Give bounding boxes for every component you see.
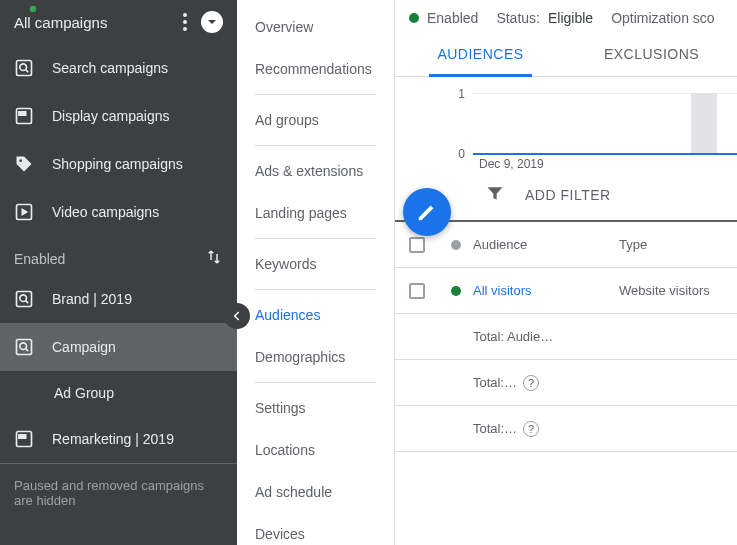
filter-icon[interactable]: [485, 183, 505, 206]
chevron-down-icon: [207, 17, 217, 27]
chart-axis: [473, 153, 737, 155]
audience-table: Audience Type All visitorsWebsite visito…: [395, 220, 737, 452]
display-icon: [14, 429, 34, 449]
dropdown-toggle[interactable]: [201, 11, 223, 33]
collapse-handle[interactable]: [224, 303, 250, 329]
pencil-icon: [416, 201, 438, 223]
more-icon[interactable]: [183, 13, 187, 31]
sidebar-campaign-campaign[interactable]: Campaign: [0, 323, 237, 371]
sidebar-enabled-section: Enabled: [0, 236, 237, 275]
optimization-label: Optimization sco: [611, 10, 714, 26]
add-audience-fab[interactable]: [403, 188, 451, 236]
sort-icon[interactable]: [205, 248, 223, 269]
sidebar-item-search-campaigns[interactable]: Search campaigns: [0, 44, 237, 92]
search-icon: [14, 337, 34, 357]
cell-audience: Total: Audie…: [473, 329, 619, 344]
svg-point-9: [20, 343, 27, 350]
video-icon: [14, 202, 34, 222]
status-value: Eligible: [548, 10, 593, 26]
table-row: Total:…?: [395, 360, 737, 406]
svg-rect-11: [19, 435, 26, 438]
main-content: Enabled Status: Eligible Optimization sc…: [395, 0, 737, 545]
midnav-item-recommendations[interactable]: Recommendations: [237, 48, 394, 90]
sidebar-campaign-remarketing[interactable]: Remarketing | 2019: [0, 415, 237, 463]
svg-point-1: [20, 64, 27, 71]
display-icon: [14, 106, 34, 126]
svg-rect-0: [17, 61, 32, 76]
sidebar-campaign-brand[interactable]: Brand | 2019: [0, 275, 237, 323]
sidebar-item-label: Ad Group: [54, 385, 114, 401]
help-icon[interactable]: ?: [523, 375, 539, 391]
sidebar-item-label: Video campaigns: [52, 204, 159, 220]
chart-highlight: [691, 93, 717, 153]
header-audience[interactable]: Audience: [473, 237, 619, 252]
midnav-item-landing-pages[interactable]: Landing pages: [237, 192, 394, 234]
sidebar-item-label: Brand | 2019: [52, 291, 132, 307]
svg-point-4: [19, 159, 22, 162]
table-header-row: Audience Type: [395, 222, 737, 268]
sidebar-item-label: Campaign: [52, 339, 116, 355]
chart-ytick-0: 0: [455, 147, 465, 161]
midnav-item-demographics[interactable]: Demographics: [237, 336, 394, 378]
status-dot-icon: [451, 286, 461, 296]
sidebar-item-label: Remarketing | 2019: [52, 431, 174, 447]
left-sidebar: All campaigns Search campaigns Display c…: [0, 0, 237, 545]
midnav-divider: [255, 238, 376, 239]
enabled-label: Enabled: [14, 251, 65, 267]
midnav-item-ad-groups[interactable]: Ad groups: [237, 99, 394, 141]
midnav-item-keywords[interactable]: Keywords: [237, 243, 394, 285]
help-icon[interactable]: ?: [523, 421, 539, 437]
chevron-left-icon: [230, 309, 244, 323]
sidebar-adgroup[interactable]: Ad Group: [0, 371, 237, 415]
table-row: Total:…?: [395, 406, 737, 452]
tab-audiences[interactable]: AUDIENCES: [395, 34, 566, 76]
midnav-item-ads-extensions[interactable]: Ads & extensions: [237, 150, 394, 192]
sidebar-item-shopping-campaigns[interactable]: Shopping campaigns: [0, 140, 237, 188]
sidebar-item-video-campaigns[interactable]: Video campaigns: [0, 188, 237, 236]
status-key: Status:: [496, 10, 540, 26]
midnav-divider: [255, 94, 376, 95]
chart-ytick-1: 1: [455, 87, 465, 101]
sidebar-item-display-campaigns[interactable]: Display campaigns: [0, 92, 237, 140]
sidebar-item-label: Shopping campaigns: [52, 156, 183, 172]
midnav-divider: [255, 289, 376, 290]
cell-audience[interactable]: All visitors: [473, 283, 619, 298]
cell-audience: Total:…?: [473, 375, 619, 391]
enabled-dot-icon: [409, 13, 419, 23]
midnav-divider: [255, 382, 376, 383]
row-checkbox[interactable]: [409, 283, 425, 299]
tag-icon: [14, 154, 34, 174]
cell-audience: Total:…?: [473, 421, 619, 437]
midnav-item-devices[interactable]: Devices: [237, 513, 394, 545]
sidebar-title[interactable]: All campaigns: [14, 14, 183, 31]
midnav-item-settings[interactable]: Settings: [237, 387, 394, 429]
sidebar-item-label: Display campaigns: [52, 108, 170, 124]
status-column-icon[interactable]: [451, 240, 461, 250]
select-all-checkbox[interactable]: [409, 237, 425, 253]
midnav-item-audiences[interactable]: Audiences: [237, 294, 394, 336]
search-icon: [14, 58, 34, 78]
chart-date-label: Dec 9, 2019: [479, 157, 544, 171]
tabs: AUDIENCES EXCLUSIONS: [395, 34, 737, 77]
midnav-item-locations[interactable]: Locations: [237, 429, 394, 471]
secondary-nav: OverviewRecommendationsAd groupsAds & ex…: [237, 0, 395, 545]
enabled-label[interactable]: Enabled: [427, 10, 478, 26]
midnav-item-overview[interactable]: Overview: [237, 6, 394, 48]
svg-rect-6: [17, 292, 32, 307]
chart: 1 0 Dec 9, 2019: [395, 83, 737, 169]
table-row: Total: Audie…: [395, 314, 737, 360]
search-icon: [14, 289, 34, 309]
svg-rect-8: [17, 340, 32, 355]
tab-exclusions[interactable]: EXCLUSIONS: [566, 34, 737, 76]
table-row: All visitorsWebsite visitors: [395, 268, 737, 314]
header-type[interactable]: Type: [619, 237, 719, 252]
sidebar-item-label: Search campaigns: [52, 60, 168, 76]
svg-rect-3: [19, 112, 26, 115]
svg-point-7: [20, 295, 27, 302]
cell-type: Website visitors: [619, 283, 719, 298]
add-filter-button[interactable]: ADD FILTER: [525, 187, 611, 203]
audience-link[interactable]: All visitors: [473, 283, 532, 298]
status-dot-icon: [30, 6, 36, 12]
status-bar: Enabled Status: Eligible Optimization sc…: [395, 0, 737, 34]
midnav-item-ad-schedule[interactable]: Ad schedule: [237, 471, 394, 513]
